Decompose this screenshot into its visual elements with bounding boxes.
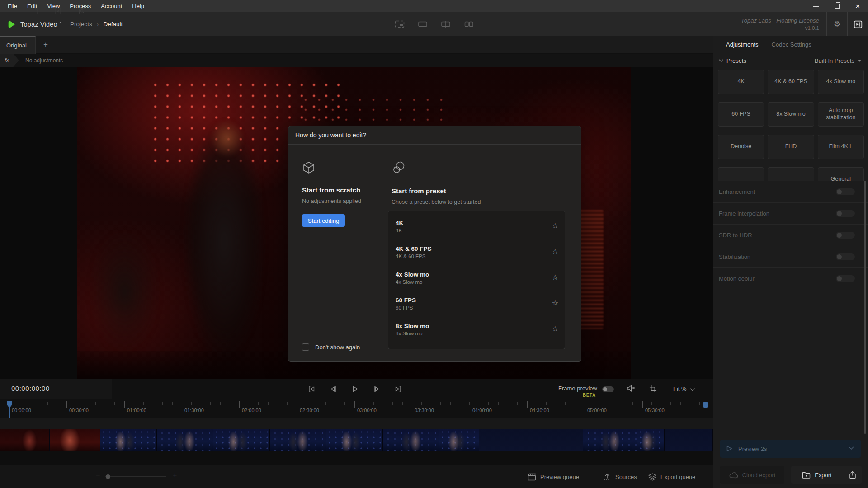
chevron-down-icon[interactable] — [848, 446, 854, 450]
section-motion-deblur: Motion deblur — [713, 267, 868, 289]
preset-button-autocrop[interactable]: Auto crop stabilization — [818, 102, 864, 127]
close-button[interactable]: ✕ — [847, 0, 868, 12]
preset-desc: 8x Slow mo — [396, 331, 557, 336]
toggle-panel-button[interactable] — [848, 12, 868, 36]
gear-icon: ⚙ — [834, 19, 840, 29]
minimize-button[interactable] — [806, 0, 826, 12]
set-out-point-button[interactable] — [30, 6, 41, 17]
scratch-subtext: No adjustments applied — [302, 198, 374, 204]
mute-button[interactable] — [627, 385, 636, 392]
cube-icon — [302, 161, 316, 174]
clear-in-out-button[interactable] — [52, 6, 63, 17]
preview-queue-button[interactable]: Preview queue — [528, 465, 579, 488]
preset-name: 4x Slow mo — [396, 271, 557, 278]
preset-desc: 4x Slow mo — [396, 279, 557, 285]
skip-to-start-button[interactable] — [306, 384, 317, 394]
preset-name: 60 FPS — [396, 297, 557, 304]
sidebar-scrollbar[interactable] — [864, 181, 866, 434]
license-title: Topaz Labs - Floating License — [741, 17, 819, 25]
preset-button-grid: 4K 4K & 60 FPS 4x Slow mo 60 FPS 8x Slow… — [718, 70, 864, 181]
cloud-icon — [729, 472, 738, 479]
section-label: Frame interpolation — [713, 210, 769, 217]
compare-view-icon[interactable] — [394, 20, 405, 29]
play-button[interactable] — [349, 384, 360, 394]
timeline-ruler[interactable]: 00:00:00 00:30:00 01:00:00 01:30:00 02:0… — [0, 401, 713, 419]
stabilization-toggle[interactable] — [836, 253, 855, 260]
preset-desc: 60 FPS — [396, 305, 557, 310]
sources-button[interactable]: Sources — [603, 465, 637, 488]
tab-original[interactable]: Original — [0, 36, 36, 54]
start-from-preset-panel: Start from preset Chose a preset below t… — [374, 144, 581, 361]
motion-deblur-toggle[interactable] — [836, 275, 855, 282]
restore-button[interactable] — [826, 0, 847, 12]
preset-list-item[interactable]: 4K 4K ☆ — [388, 216, 565, 242]
preset-button-4x-slowmo[interactable]: 4x Slow mo — [818, 70, 864, 94]
favorite-star-icon[interactable]: ☆ — [552, 221, 558, 230]
menu-account[interactable]: Account — [96, 0, 127, 12]
preset-button[interactable] — [718, 167, 764, 181]
zoom-to-selection-button[interactable] — [77, 6, 88, 17]
preset-button-general[interactable]: General — [818, 167, 864, 181]
tab-codec-settings[interactable]: Codec Settings — [772, 41, 811, 48]
export-queue-button[interactable]: Export queue — [648, 465, 695, 488]
side-by-side-view-icon[interactable] — [463, 20, 474, 29]
previous-frame-button[interactable] — [328, 384, 339, 394]
preset-list-item[interactable]: 4x Slow mo 4x Slow mo ☆ — [388, 267, 565, 293]
preset-button[interactable] — [768, 167, 814, 181]
filmstrip-track[interactable] — [0, 429, 713, 451]
preset-button-film4kl[interactable]: Film 4K L — [818, 135, 864, 159]
settings-button[interactable]: ⚙ — [827, 12, 847, 36]
crop-button[interactable] — [649, 385, 657, 393]
set-in-point-button[interactable] — [5, 6, 16, 17]
preset-button-8x-slowmo[interactable]: 8x Slow mo — [768, 102, 814, 127]
preset-button-4k60[interactable]: 4K & 60 FPS — [768, 70, 814, 94]
next-frame-button[interactable] — [371, 384, 382, 394]
fx-icon[interactable]: fx — [0, 54, 19, 67]
preset-list-item[interactable]: 8x Slow mo 8x Slow mo ☆ — [388, 319, 565, 345]
skip-to-end-button[interactable] — [393, 384, 404, 394]
breadcrumb-projects[interactable]: Projects — [70, 21, 92, 28]
zoom-in-button[interactable]: + — [173, 471, 177, 479]
fx-glyph: fx — [0, 57, 9, 64]
preset-button-fhd[interactable]: FHD — [768, 135, 814, 159]
sdr-to-hdr-toggle[interactable] — [836, 232, 855, 239]
tab-adjustments[interactable]: Adjustments — [726, 41, 759, 48]
out-point-marker[interactable] — [703, 402, 708, 408]
favorite-star-icon[interactable]: ☆ — [552, 247, 558, 256]
edit-choice-dialog: How do you want to edit? Start from scra… — [288, 126, 581, 362]
preset-button-60fps[interactable]: 60 FPS — [718, 102, 764, 127]
dont-show-again-row: Don't show again — [302, 343, 360, 351]
menu-help[interactable]: Help — [127, 0, 149, 12]
start-editing-button[interactable]: Start editing — [302, 214, 345, 227]
built-in-presets-dropdown[interactable]: Built-In Presets — [815, 57, 861, 64]
enhancement-toggle[interactable] — [836, 188, 855, 195]
preset-list-item[interactable]: 4K & 60 FPS 4K & 60 FPS ☆ — [388, 242, 565, 267]
preset-button-denoise[interactable]: Denoise — [718, 135, 764, 159]
share-button[interactable] — [843, 466, 862, 484]
frame-interpolation-toggle[interactable] — [836, 210, 855, 217]
timeline-zoom-slider[interactable] — [105, 476, 166, 477]
preset-list-item[interactable]: 60 FPS 60 FPS ☆ — [388, 293, 565, 319]
window-controls: ✕ — [806, 0, 868, 12]
add-tab-button[interactable]: + — [39, 36, 52, 53]
split-view-icon[interactable] — [440, 20, 451, 29]
sources-label: Sources — [615, 474, 637, 480]
cloud-export-button[interactable]: Cloud export — [720, 466, 784, 484]
dont-show-again-checkbox[interactable] — [302, 343, 309, 351]
favorite-star-icon[interactable]: ☆ — [552, 299, 558, 307]
timeline-zoom-handle[interactable] — [106, 474, 110, 479]
titlebar: File Edit View Process Account Help ✕ — [0, 0, 868, 12]
export-button[interactable]: Export — [791, 466, 843, 484]
preset-button-4k[interactable]: 4K — [718, 70, 764, 94]
favorite-star-icon[interactable]: ☆ — [552, 273, 558, 282]
preview-2s-button[interactable]: Preview 2s — [720, 440, 861, 458]
chevron-down-icon[interactable] — [719, 59, 723, 62]
section-enhancement: Enhancement — [713, 181, 868, 202]
transport-controls — [306, 384, 404, 394]
zoom-out-button[interactable]: − — [96, 471, 100, 479]
frame-preview-toggle[interactable] — [602, 386, 614, 392]
favorite-star-icon[interactable]: ☆ — [552, 324, 558, 333]
zoom-fit-dropdown[interactable]: Fit % — [673, 385, 687, 392]
single-view-icon[interactable] — [417, 20, 428, 29]
chevron-down-icon[interactable] — [689, 388, 695, 391]
